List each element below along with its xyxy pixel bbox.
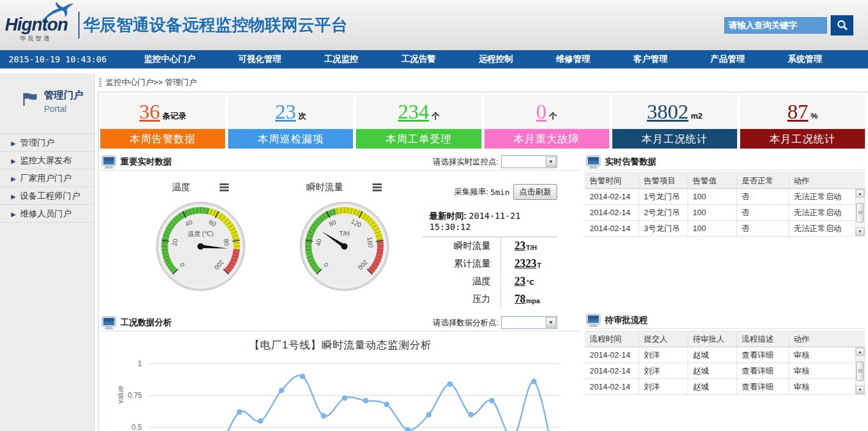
- left-column: 重要实时数据 请选择实时监控点: ▼ 温度: [100, 153, 581, 431]
- chart-menu-icon[interactable]: [220, 182, 229, 193]
- logo[interactable]: Hignton 华辰智通: [0, 0, 78, 50]
- readout-unit: ℃: [526, 279, 534, 287]
- column-header: 动作: [788, 331, 865, 347]
- scrollbar-thumb[interactable]: [856, 361, 864, 381]
- table-cell: 2号龙门吊: [639, 205, 688, 221]
- alerts-panel-title: 实时告警数据: [605, 157, 656, 168]
- table-row[interactable]: 2014-02-14刘洋赵城查看详细审核: [585, 379, 865, 395]
- table-cell: 赵城: [688, 363, 736, 379]
- table-cell: 刘洋: [639, 379, 688, 395]
- nav-item-8[interactable]: 系统管理: [788, 54, 822, 65]
- line-chart: 【电厂1号线】瞬时流量动态监测分析 value 10.750.5: [100, 331, 581, 431]
- table-cell: 否: [736, 221, 788, 237]
- table-cell: 2014-02-14: [585, 379, 639, 395]
- table-row[interactable]: 2014-02-14刘洋赵城查看详细审核: [585, 347, 865, 363]
- right-column: 实时告警数据 告警时间告警项目告警值是否正常动作2014-02-141号龙门吊1…: [585, 153, 868, 431]
- gauge-flow-title: 瞬时流量: [306, 182, 343, 193]
- table-cell: 2014-02-14: [585, 347, 639, 363]
- analysis-panel-title: 工况数据分析: [121, 317, 172, 328]
- alerts-panel: 实时告警数据 告警时间告警项目告警值是否正常动作2014-02-141号龙门吊1…: [585, 153, 865, 312]
- table-cell: 审核: [788, 379, 865, 395]
- stat-card-5[interactable]: 87%本月工况统计: [740, 94, 865, 149]
- monitor-point-select-label: 请选择实时监控点:: [432, 157, 499, 168]
- nav-item-6[interactable]: 客户管理: [633, 54, 667, 65]
- table-cell: 2014-02-14: [585, 205, 639, 221]
- chevron-down-icon[interactable]: ▼: [546, 317, 556, 328]
- chart-plot: 10.750.5: [100, 356, 577, 431]
- breadcrumb-path[interactable]: 监控中心门户>> 管理门户: [106, 77, 197, 88]
- alerts-table-scrollbar[interactable]: ▲ ▼: [855, 189, 865, 236]
- refresh-button[interactable]: 点击刷新: [513, 184, 557, 200]
- nav-item-4[interactable]: 远程控制: [478, 54, 513, 65]
- realtime-panel-header: 重要实时数据 请选择实时监控点: ▼: [100, 153, 581, 171]
- nav-item-2[interactable]: 工况监控: [324, 54, 358, 65]
- sidebar-item-1[interactable]: ▶监控大屏发布: [0, 152, 94, 169]
- readout-value: 2323: [514, 257, 536, 270]
- scroll-down-icon[interactable]: ▼: [856, 386, 864, 394]
- nav-item-1[interactable]: 可视化管理: [238, 54, 281, 65]
- sidebar-item-0[interactable]: ▶管理门户: [0, 134, 94, 152]
- table-cell: 无法正常启动: [788, 205, 865, 221]
- search-input[interactable]: [724, 17, 827, 34]
- logo-divider: [78, 12, 80, 39]
- stat-card-2[interactable]: 234个本周工单受理: [356, 94, 481, 149]
- scroll-up-icon[interactable]: ▲: [856, 348, 864, 356]
- chevron-down-icon[interactable]: ▼: [546, 157, 556, 167]
- svg-text:20: 20: [171, 238, 179, 246]
- navbar: 2015-10-19 10:43:06 监控中心门户可视化管理工况监控工况告警远…: [0, 50, 868, 68]
- chart-menu-icon[interactable]: [373, 182, 382, 193]
- stat-value: 87: [787, 100, 808, 123]
- analysis-point-select[interactable]: ▼: [501, 316, 557, 329]
- scroll-down-icon[interactable]: ▼: [856, 227, 864, 235]
- stat-card-0[interactable]: 36条记录本周告警数据: [100, 94, 225, 149]
- arrow-right-icon: ▶: [11, 140, 16, 147]
- readout-row-1: 累计流量2323T: [422, 255, 557, 273]
- freq-label: 采集频率:: [454, 186, 488, 197]
- nav-item-0[interactable]: 监控中心门户: [144, 54, 195, 65]
- sidebar-item-2[interactable]: ▶厂家用户门户: [0, 169, 94, 187]
- analysis-point-select-label: 请选择数据分析点:: [432, 317, 499, 328]
- readout-unit: T: [537, 262, 541, 269]
- readout-unit: mpa: [526, 297, 540, 304]
- nav-item-7[interactable]: 产品管理: [710, 54, 744, 65]
- svg-text:T/H: T/H: [339, 230, 349, 237]
- stat-card-4[interactable]: 3802m2本月工况统计: [612, 94, 737, 149]
- monitor-point-select[interactable]: ▼: [501, 155, 557, 168]
- table-cell: 查看详细: [736, 363, 788, 379]
- column-header: 是否正常: [736, 173, 788, 189]
- table-cell: 100: [688, 205, 736, 221]
- approvals-panel-title: 待审批流程: [605, 315, 648, 326]
- page: Hignton 华辰智通 华辰智通设备远程监控物联网云平台 2015-10-19…: [0, 0, 868, 431]
- scroll-up-icon[interactable]: ▲: [856, 190, 864, 197]
- scrollbar-thumb[interactable]: [856, 203, 864, 223]
- sidebar-item-3[interactable]: ▶设备工程师门户: [0, 187, 94, 205]
- gauge-flow: 瞬时流量 04080120160200T/H: [272, 179, 416, 308]
- arrow-right-icon: ▶: [11, 158, 16, 164]
- table-row[interactable]: 2014-02-142号龙门吊100否无法正常启动: [585, 205, 865, 221]
- search-area: [724, 15, 853, 35]
- table-row[interactable]: 2014-02-141号龙门吊100否无法正常启动: [585, 189, 865, 205]
- stat-card-1[interactable]: 23次本周巡检漏项: [228, 94, 353, 149]
- table-cell: 查看详细: [736, 379, 788, 395]
- svg-text:1: 1: [138, 359, 142, 368]
- table-cell: 无法正常启动: [788, 189, 865, 205]
- chart-ylabel: value: [116, 386, 125, 403]
- nav-item-5[interactable]: 维修管理: [556, 54, 590, 65]
- sidebar-item-4[interactable]: ▶维修人员门户: [0, 205, 94, 223]
- stat-card-3[interactable]: 0个本月重大故障: [484, 94, 609, 149]
- approvals-panel-header: 待审批流程: [585, 312, 865, 329]
- approvals-table-scrollbar[interactable]: ▲ ▼: [855, 347, 865, 394]
- table-row[interactable]: 2014-02-143号龙门吊100否无法正常启动: [585, 221, 865, 237]
- nav-item-3[interactable]: 工况告警: [401, 54, 436, 65]
- svg-text:温度 (℃): 温度 (℃): [187, 230, 213, 237]
- readout-label: 温度: [422, 276, 500, 287]
- alerts-panel-header: 实时告警数据: [585, 153, 865, 171]
- table-row[interactable]: 2014-02-14刘洋赵城查看详细审核: [585, 363, 865, 379]
- freq-value: 5min: [491, 188, 510, 197]
- readout-table: 瞬时流量23T/H累计流量2323T温度23℃压力78mpa: [422, 237, 557, 308]
- table-cell: 审核: [788, 363, 865, 379]
- stat-label: 本月工况统计: [740, 129, 865, 149]
- search-button[interactable]: [831, 15, 853, 35]
- stat-label: 本周巡检漏项: [228, 129, 353, 149]
- table-cell: 刘洋: [639, 363, 688, 379]
